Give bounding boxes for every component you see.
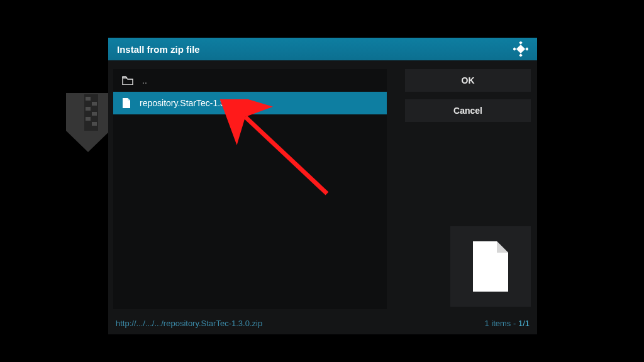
ok-button[interactable]: OK xyxy=(405,69,531,92)
status-bar: http://.../.../.../repository.StarTec-1.… xyxy=(116,319,530,328)
file-list: .. repository.StarTec-1.3.0.zip xyxy=(113,69,387,309)
file-thumbnail xyxy=(450,226,531,307)
kodi-logo-icon xyxy=(513,41,528,57)
svg-rect-8 xyxy=(513,47,516,51)
file-row-repository-zip[interactable]: repository.StarTec-1.3.0.zip xyxy=(113,92,387,114)
status-item-count: 1 items - 1/1 xyxy=(484,319,530,328)
svg-rect-6 xyxy=(92,122,97,126)
dialog-body: .. repository.StarTec-1.3.0.zip OK Cance… xyxy=(108,60,537,334)
svg-rect-1 xyxy=(86,97,91,101)
file-icon xyxy=(122,98,131,108)
status-path: http://.../.../.../repository.StarTec-1.… xyxy=(116,319,262,328)
dialog-title: Install from zip file xyxy=(117,44,200,55)
svg-rect-10 xyxy=(519,53,523,57)
cancel-button-label: Cancel xyxy=(453,106,482,116)
folder-icon xyxy=(122,76,133,85)
parent-folder-row[interactable]: .. xyxy=(113,69,387,92)
install-from-zip-dialog: Install from zip file .. xyxy=(108,38,537,334)
svg-rect-2 xyxy=(92,102,97,106)
svg-rect-7 xyxy=(519,41,523,45)
file-row-label: repository.StarTec-1.3.0.zip xyxy=(140,98,246,108)
svg-rect-9 xyxy=(525,47,528,51)
parent-folder-label: .. xyxy=(142,75,147,85)
svg-rect-4 xyxy=(92,112,97,116)
dialog-titlebar: Install from zip file xyxy=(108,38,537,60)
svg-rect-11 xyxy=(516,45,525,53)
ok-button-label: OK xyxy=(462,75,475,85)
dialog-sidebar: OK Cancel xyxy=(405,69,531,129)
cancel-button[interactable]: Cancel xyxy=(405,99,531,122)
svg-rect-5 xyxy=(86,117,91,121)
document-icon xyxy=(470,241,511,292)
svg-rect-3 xyxy=(86,107,91,111)
